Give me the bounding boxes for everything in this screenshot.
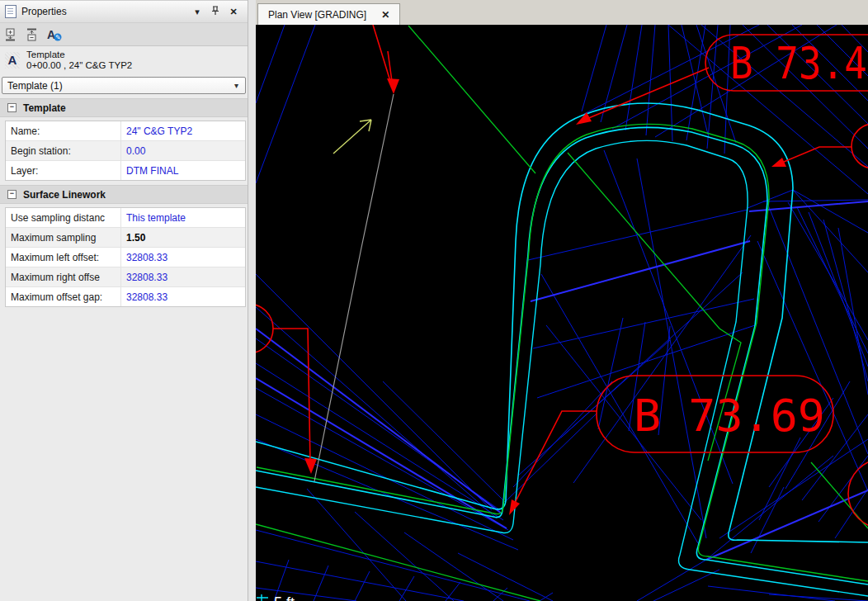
arrowhead	[387, 78, 399, 94]
svg-text:A: A	[47, 28, 55, 41]
selection-type: Template	[26, 50, 65, 59]
panel-close-button[interactable]: ✕	[224, 7, 243, 17]
property-value[interactable]: This template	[121, 212, 245, 224]
property-row[interactable]: Maximum offset gap: 32808.33	[6, 287, 245, 306]
selection-combobox[interactable]: Template (1) ▾	[2, 77, 246, 94]
chevron-down-icon: ▾	[234, 81, 245, 90]
property-row[interactable]: Maximum right offse 32808.33	[6, 267, 245, 287]
properties-panel: Properties ▾ ✕ A✎ A Template 0+00.00 , 2…	[0, 0, 248, 601]
selection-detail: 0+00.00 , 24" C&G TYP2	[26, 60, 132, 70]
leader-left-circle	[273, 329, 310, 464]
property-label: Maximum offset gap:	[6, 287, 121, 306]
red-annotations: B 73.4 B 73.69	[256, 25, 868, 528]
property-value[interactable]: 32808.33	[121, 272, 245, 283]
tin-mesh-bright-lines	[256, 201, 868, 560]
curb-breakline-green	[257, 124, 868, 581]
collapse-icon[interactable]: −	[7, 190, 17, 199]
plan-view-window: Plan View [GRADING] ✕	[256, 0, 868, 601]
property-label: Maximum left offset:	[6, 248, 121, 267]
combobox-value: Template (1)	[7, 80, 63, 92]
scale-text: 5 ft	[274, 594, 295, 601]
property-label: Name:	[6, 121, 121, 140]
pin-icon[interactable]	[206, 6, 224, 17]
plan-drawing: B 73.4 B 73.69 5 ft	[256, 25, 868, 601]
cad-canvas[interactable]: B 73.4 B 73.69 5 ft	[256, 25, 868, 601]
surface-linework-property-grid: Use sampling distanc This template Maxim…	[5, 207, 246, 307]
section-header-surface-linework[interactable]: − Surface Linework	[0, 185, 248, 204]
property-label: Maximum right offse	[6, 267, 121, 286]
property-value[interactable]: 1.50	[121, 232, 245, 244]
section-title: Template	[23, 102, 66, 114]
property-label: Maximum sampling	[6, 228, 121, 247]
property-value[interactable]: 24" C&G TYP2	[121, 125, 245, 137]
property-row[interactable]: Begin station: 0.00	[6, 141, 245, 161]
property-label: Layer:	[6, 161, 121, 180]
property-label: Begin station:	[6, 141, 121, 160]
view-tabstrip: Plan View [GRADING] ✕	[256, 0, 868, 26]
property-row[interactable]: Maximum left offset: 32808.33	[6, 248, 245, 267]
selection-summary: A Template 0+00.00 , 24" C&G TYP2	[0, 46, 248, 74]
tab-label: Plan View [GRADING]	[268, 9, 366, 21]
tab-close-icon[interactable]: ✕	[381, 9, 389, 21]
elevation-label-mid: B 73.69	[634, 390, 825, 442]
panel-titlebar: Properties ▾ ✕	[0, 1, 248, 23]
panel-menu-button[interactable]: ▾	[188, 7, 206, 17]
direction-arrow	[333, 120, 371, 154]
property-value[interactable]: 32808.33	[121, 291, 245, 303]
svg-text:✎: ✎	[55, 34, 61, 41]
expand-dock-icon[interactable]	[3, 27, 18, 42]
property-value[interactable]: 32808.33	[121, 252, 245, 263]
property-row[interactable]: Name: 24" C&G TYP2	[6, 121, 245, 141]
panel-toolbar: A✎	[0, 23, 248, 46]
leader-top-label	[581, 68, 709, 121]
arrowhead	[771, 158, 786, 167]
template-property-grid: Name: 24" C&G TYP2 Begin station: 0.00 L…	[5, 121, 246, 181]
property-value[interactable]: DTM FINAL	[121, 165, 245, 177]
curb-flowline	[256, 127, 868, 584]
property-value[interactable]: 0.00	[121, 145, 245, 157]
tin-mesh-lines	[256, 25, 868, 601]
section-title: Surface Linework	[23, 189, 106, 201]
collapse-icon[interactable]: −	[7, 103, 17, 112]
property-row[interactable]: Maximum sampling 1.50	[6, 228, 245, 248]
edit-template-icon[interactable]: A✎	[46, 27, 63, 42]
property-row[interactable]: Layer: DTM FINAL	[6, 161, 245, 180]
panel-title: Properties	[21, 6, 188, 17]
label-circle-left	[256, 304, 273, 353]
template-item-icon: A	[5, 52, 20, 69]
property-label: Use sampling distanc	[6, 208, 121, 227]
property-row[interactable]: Use sampling distanc This template	[6, 208, 245, 228]
collapse-dock-icon[interactable]	[25, 27, 40, 42]
tab-plan-view-grading[interactable]: Plan View [GRADING] ✕	[257, 3, 400, 26]
arrowhead	[304, 458, 317, 474]
section-header-template[interactable]: − Template	[0, 98, 248, 117]
scale-fragment: 5 ft	[257, 594, 295, 601]
properties-icon	[5, 5, 17, 18]
green-breaklines	[256, 26, 868, 601]
elevation-label-top: B 73.4	[730, 37, 867, 89]
